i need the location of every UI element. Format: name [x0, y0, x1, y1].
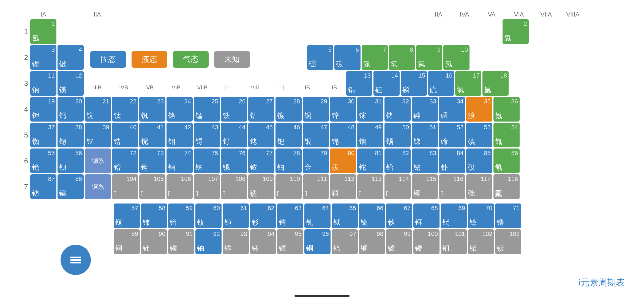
element-Bh[interactable]: 107 𬭛 — [194, 174, 220, 199]
element-Xe[interactable]: 54 氙 — [493, 123, 520, 147]
element-Au[interactable]: 79 金 — [303, 148, 329, 173]
element-Rg[interactable]: 111 𬬭 — [303, 174, 329, 199]
element-No[interactable]: 101 钔 — [441, 229, 467, 254]
element-C[interactable]: 6 碳 — [334, 45, 361, 70]
element-Si[interactable]: 14 硅 — [373, 71, 400, 96]
element-Zn[interactable]: 30 锌 — [330, 97, 356, 122]
element-U[interactable]: 91 镤 — [168, 229, 194, 254]
element-Cf[interactable]: 97 锫 — [332, 229, 358, 254]
element-Ta[interactable]: 73 钽 — [139, 148, 165, 173]
element-Ge[interactable]: 32 锗 — [384, 97, 411, 122]
element-Dy[interactable]: 65 铽 — [332, 204, 358, 228]
element-Hf[interactable]: 72 铪 — [112, 148, 138, 173]
element-Ca[interactable]: 20 钙 — [58, 97, 84, 122]
element-Fe[interactable]: 26 铁 — [221, 97, 247, 122]
element-Ho[interactable]: 66 镝 — [359, 204, 385, 228]
element-Tm[interactable]: 68 铒 — [413, 204, 440, 228]
element-Rb[interactable]: 37 铷 — [30, 123, 56, 147]
element-Fm[interactable]: 99 锿 — [386, 229, 412, 254]
element-Sm[interactable]: 61 钷 — [223, 204, 249, 228]
element-Mg[interactable]: 12 镁 — [58, 71, 84, 96]
element-Am[interactable]: 94 钚 — [250, 229, 276, 254]
element-Og[interactable]: 118 鿫 — [493, 174, 520, 199]
element-Nh[interactable]: 113 𬭳 — [357, 174, 383, 199]
element-Bk[interactable]: 96 铜 — [304, 229, 331, 254]
element-Pa[interactable]: 90 钍 — [141, 229, 167, 254]
element-Cr[interactable]: 24 铬 — [167, 97, 193, 122]
element-Sb[interactable]: 51 锑 — [412, 123, 438, 147]
element-B[interactable]: 5 硼 — [307, 45, 333, 70]
element-Es[interactable]: 98 锎 — [359, 229, 385, 254]
element-At[interactable]: 85 砹 — [466, 148, 492, 173]
element-Mc[interactable]: 115 镆 — [412, 174, 438, 199]
element-Ga[interactable]: 31 镓 — [357, 97, 383, 122]
element-Cu[interactable]: 29 铜 — [303, 97, 329, 122]
element-Sr[interactable]: 38 锶 — [58, 123, 84, 147]
element-Lv[interactable]: 116 𫟷 — [439, 174, 465, 199]
element-Rf[interactable]: 104 𬬻 — [112, 174, 138, 199]
element-Pu[interactable]: 93 镎 — [223, 229, 249, 254]
element-Co[interactable]: 27 钴 — [248, 97, 274, 122]
element-Cn[interactable]: 112 鎶 — [330, 174, 356, 199]
element-Br[interactable]: 35 溴 — [466, 97, 492, 122]
element-Cd[interactable]: 48 镉 — [330, 123, 356, 147]
element-Ba[interactable]: 56 钡 — [58, 148, 84, 173]
element-Tb[interactable]: 64 钆 — [304, 204, 331, 228]
element-Lu[interactable]: 70 镱 — [468, 204, 494, 228]
element-Ni[interactable]: 28 镍 — [275, 97, 302, 122]
element-Nb[interactable]: 41 铌 — [139, 123, 165, 147]
element-Rh[interactable]: 45 铑 — [248, 123, 274, 147]
element-Yb[interactable]: 69 铥 — [441, 204, 467, 228]
menu-button[interactable] — [61, 245, 91, 275]
element-Mt[interactable]: 109 鿏 — [248, 174, 274, 199]
element-Se[interactable]: 34 硒 — [439, 97, 465, 122]
element-Sc[interactable]: 21 钪 — [85, 97, 111, 122]
element-S[interactable]: 16 硫 — [428, 71, 454, 96]
element-Pm[interactable]: 60 钕 — [195, 204, 222, 228]
element-I[interactable]: 53 碘 — [466, 123, 492, 147]
element-He[interactable]: 2 氦 — [503, 19, 529, 44]
element-Ne[interactable]: 10 氖 — [443, 45, 470, 70]
element-Bi[interactable]: 83 铋 — [412, 148, 438, 173]
element-Ce[interactable]: 57 镧 — [114, 204, 140, 228]
element-Mn[interactable]: 25 锰 — [194, 97, 220, 122]
element-Pd[interactable]: 46 钯 — [275, 123, 302, 147]
element-As[interactable]: 33 砷 — [412, 97, 438, 122]
element-Ru[interactable]: 44 钌 — [221, 123, 247, 147]
element-In[interactable]: 49 铟 — [357, 123, 383, 147]
element-F[interactable]: 9 氟 — [416, 45, 442, 70]
element-K[interactable]: 19 钾 — [30, 97, 56, 122]
element-Be[interactable]: 4 铍 — [58, 45, 84, 70]
element-Lr2[interactable]: 103 铹 — [495, 229, 521, 254]
element-Ag[interactable]: 47 银 — [303, 123, 329, 147]
element-Lr[interactable]: 102 锘 — [468, 229, 494, 254]
element-Ti[interactable]: 22 钛 — [112, 97, 138, 122]
element-Te[interactable]: 52 碲 — [439, 123, 465, 147]
element-W[interactable]: 74 钨 — [167, 148, 193, 173]
element-La-end[interactable]: 71 镥 — [495, 204, 521, 228]
element-Ra[interactable]: 88 镭 — [58, 174, 84, 199]
element-Tl[interactable]: 81 铊 — [357, 148, 383, 173]
element-Po[interactable]: 84 钋 — [439, 148, 465, 173]
element-Eu[interactable]: 62 钐 — [250, 204, 276, 228]
element-Th[interactable]: 89 锕 — [114, 229, 140, 254]
element-Cl[interactable]: 17 氯 — [455, 71, 481, 96]
element-Rn[interactable]: 86 氡 — [493, 148, 520, 173]
element-Mo[interactable]: 42 钼 — [167, 123, 193, 147]
element-Pt[interactable]: 78 铂 — [275, 148, 302, 173]
element-Nd[interactable]: 59 镨 — [168, 204, 194, 228]
element-Re[interactable]: 75 铼 — [194, 148, 220, 173]
element-V[interactable]: 23 钒 — [139, 97, 165, 122]
element-Fl[interactable]: 114 𫓧 — [384, 174, 411, 199]
element-Ir[interactable]: 77 铱 — [248, 148, 274, 173]
element-Li[interactable]: 3 锂 — [30, 45, 56, 70]
element-Db[interactable]: 105 𬭊 — [139, 174, 165, 199]
element-H[interactable]: 1 氢 — [30, 19, 56, 44]
element-Cm[interactable]: 95 镅 — [277, 229, 303, 254]
element-Md[interactable]: 100 镄 — [413, 229, 440, 254]
element-Pr[interactable]: 58 铈 — [141, 204, 167, 228]
element-Ts[interactable]: 117 础 — [466, 174, 492, 199]
element-N[interactable]: 7 氮 — [362, 45, 388, 70]
element-Tc[interactable]: 43 锝 — [194, 123, 220, 147]
element-Hg[interactable]: 80 汞 — [330, 148, 356, 173]
